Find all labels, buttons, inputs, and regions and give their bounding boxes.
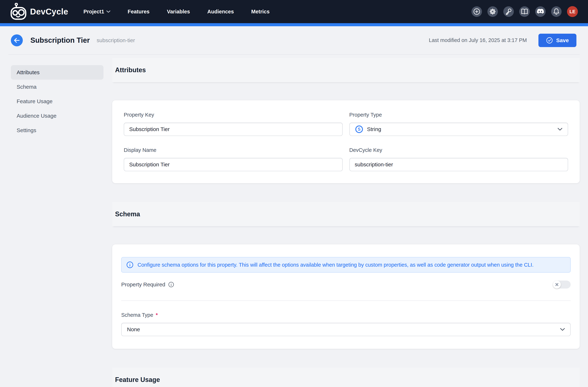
nav-link-features[interactable]: Features: [128, 9, 150, 15]
display-name-field-block: Display Name: [124, 147, 343, 171]
toggle-knob: [553, 280, 561, 289]
property-key-field-block: Property Key: [124, 112, 343, 136]
property-key-label: Property Key: [124, 112, 343, 118]
display-name-label: Display Name: [124, 147, 343, 153]
devcycle-logo-icon: [10, 3, 27, 20]
page-title: Subscription Tier: [30, 36, 90, 44]
project-selector[interactable]: Project1: [84, 9, 110, 15]
property-required-label: Property Required: [121, 281, 174, 288]
page-header: Subscription Tier subscription-tier Last…: [0, 26, 588, 54]
bell-icon: [553, 8, 560, 15]
nav-links: Project1 Features Variables Audiences Me…: [84, 9, 270, 15]
gear-icon: [489, 8, 496, 15]
property-type-field-block: Property Type S String: [349, 112, 568, 136]
chevron-down-icon: [560, 328, 565, 331]
save-button-label: Save: [556, 37, 569, 43]
schema-type-label-text: Schema Type: [121, 312, 153, 318]
schema-heading: Schema: [115, 210, 140, 218]
property-type-label: Property Type: [349, 112, 568, 118]
main-content: Attributes Property Key Property Type S: [112, 58, 580, 387]
nav-link-metrics[interactable]: Metrics: [251, 9, 270, 15]
arrow-left-icon: [14, 38, 20, 43]
property-type-value: String: [367, 126, 381, 132]
brand-name: DevCycle: [30, 7, 68, 17]
devcycle-key-field-block: DevCycle Key: [349, 147, 568, 171]
property-required-label-text: Property Required: [121, 281, 165, 288]
info-icon: [126, 261, 133, 268]
feature-usage-section-header: Feature Usage: [112, 368, 580, 387]
schema-type-select[interactable]: None: [121, 323, 571, 336]
property-required-toggle[interactable]: [553, 280, 571, 289]
sidebar-item-attributes[interactable]: Attributes: [11, 65, 104, 80]
display-name-input[interactable]: [124, 158, 343, 171]
nav-actions: LE: [471, 6, 578, 17]
schema-info-text: Configure schema options for this proper…: [138, 262, 534, 268]
schema-info-banner: Configure schema options for this proper…: [121, 257, 571, 273]
sidebar-item-settings[interactable]: Settings: [11, 123, 104, 138]
sidebar-item-feature-usage[interactable]: Feature Usage: [11, 94, 104, 108]
back-button[interactable]: [11, 34, 23, 46]
info-circle-icon: [168, 281, 174, 288]
devcycle-key-label: DevCycle Key: [349, 147, 568, 153]
schema-divider: [121, 301, 571, 301]
discord-icon: [537, 8, 544, 15]
schema-type-label: Schema Type *: [121, 312, 571, 318]
last-modified-text: Last modified on July 16, 2025 at 3:17 P…: [429, 37, 527, 43]
brand[interactable]: DevCycle: [10, 3, 68, 20]
accent-bar: [0, 23, 588, 26]
header-right: Last modified on July 16, 2025 at 3:17 P…: [429, 34, 576, 47]
api-keys-button[interactable]: [503, 6, 514, 17]
svg-text:S: S: [358, 127, 360, 131]
docs-button[interactable]: [519, 6, 530, 17]
schema-type-value: None: [127, 326, 140, 333]
schema-type-field-block: Schema Type * None: [121, 312, 571, 336]
property-type-select[interactable]: S String: [349, 123, 568, 136]
attributes-heading: Attributes: [115, 66, 146, 74]
top-navbar: DevCycle Project1 Features Variables Aud…: [0, 0, 588, 23]
feature-usage-heading: Feature Usage: [115, 376, 160, 384]
schema-card: Configure schema options for this proper…: [112, 244, 580, 349]
string-type-icon: S: [355, 125, 363, 133]
attributes-card: Property Key Property Type S String: [112, 100, 580, 183]
property-required-row: Property Required: [121, 280, 571, 289]
required-asterisk: *: [156, 312, 158, 318]
chevron-down-icon: [558, 128, 562, 131]
schema-section-header: Schema: [112, 202, 580, 226]
save-button[interactable]: Save: [538, 34, 576, 47]
notifications-button[interactable]: [551, 6, 562, 17]
key-icon: [505, 8, 512, 15]
chevron-down-icon: [106, 10, 110, 13]
sidebar-item-audience-usage[interactable]: Audience Usage: [11, 108, 104, 123]
page-key: subscription-tier: [97, 37, 135, 43]
plus-circle-icon: [473, 8, 480, 15]
attributes-section-header: Attributes: [112, 58, 580, 82]
settings-button[interactable]: [487, 6, 498, 17]
nav-link-variables[interactable]: Variables: [167, 9, 190, 15]
check-circle-icon: [546, 37, 553, 44]
property-key-input[interactable]: [124, 123, 343, 136]
section-sidebar: Attributes Schema Feature Usage Audience…: [11, 65, 104, 138]
devcycle-key-input[interactable]: [349, 158, 568, 171]
create-button[interactable]: [471, 6, 482, 17]
nav-link-audiences[interactable]: Audiences: [207, 9, 234, 15]
book-icon: [521, 8, 528, 15]
project-selector-label: Project1: [84, 9, 104, 15]
discord-button[interactable]: [535, 6, 546, 17]
sidebar-item-schema[interactable]: Schema: [11, 80, 104, 94]
user-avatar[interactable]: LE: [567, 6, 578, 17]
